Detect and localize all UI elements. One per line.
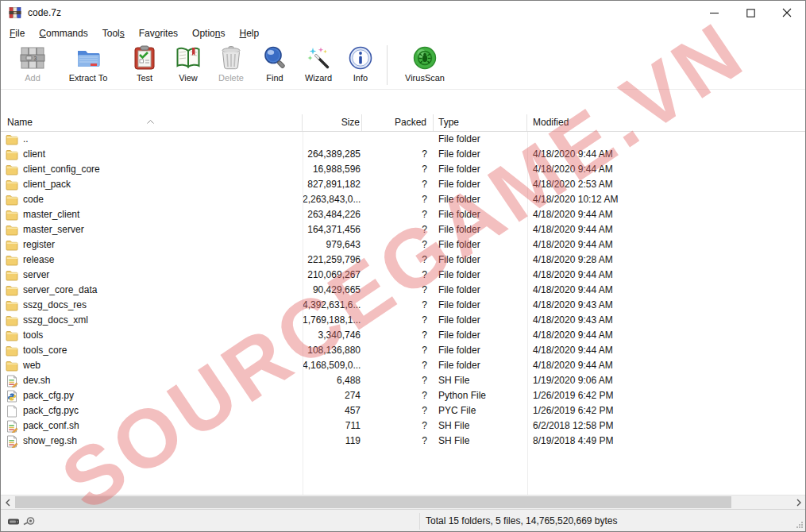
list-item[interactable]: master_server 164,371,456 ? File folder … bbox=[1, 222, 805, 237]
file-modified: 4/18/2020 9:44 AM bbox=[527, 222, 805, 237]
file-icon bbox=[6, 390, 18, 403]
folder-icon bbox=[6, 345, 18, 357]
file-name: master_client bbox=[23, 207, 79, 222]
list-item[interactable]: client_pack 827,891,182 ? File folder 4/… bbox=[1, 177, 805, 192]
svg-text:3: 3 bbox=[34, 56, 37, 61]
shell-script-icon bbox=[6, 375, 18, 387]
view-button[interactable]: View bbox=[168, 42, 209, 83]
file-type: File folder bbox=[434, 268, 527, 283]
scroll-left-arrow[interactable] bbox=[1, 495, 14, 509]
generic-file-icon bbox=[6, 405, 18, 418]
file-icon bbox=[6, 269, 18, 282]
file-icon bbox=[6, 133, 18, 146]
virus-scan-icon bbox=[412, 45, 438, 71]
maximize-button[interactable] bbox=[732, 1, 769, 25]
list-item[interactable]: sszg_docs_xml 1,769,188,1... ? File fold… bbox=[1, 313, 805, 328]
info-button[interactable]: Info bbox=[341, 42, 380, 83]
shell-script-icon bbox=[6, 435, 18, 448]
title-bar[interactable]: code.7z bbox=[1, 1, 805, 25]
close-button[interactable] bbox=[769, 1, 805, 25]
list-item[interactable]: show_reg.sh 119 ? SH File 8/19/2018 4:49… bbox=[1, 434, 805, 449]
menu-help[interactable]: Help bbox=[232, 25, 266, 41]
list-item[interactable]: server 210,069,267 ? File folder 4/18/20… bbox=[1, 268, 805, 283]
menu-file[interactable]: File bbox=[2, 25, 32, 41]
file-type: File folder bbox=[434, 313, 527, 328]
test-clipboard-icon bbox=[132, 45, 157, 71]
column-type[interactable]: Type bbox=[434, 114, 527, 131]
file-name: .. bbox=[23, 132, 29, 147]
file-type: File folder bbox=[434, 343, 527, 358]
file-modified: 1/19/2020 9:06 AM bbox=[527, 373, 805, 388]
file-modified: 4/18/2020 9:28 AM bbox=[527, 253, 805, 268]
menu-favorites[interactable]: Favorites bbox=[132, 25, 185, 41]
status-bar: Total 15 folders, 5 files, 14,765,520,66… bbox=[1, 509, 805, 532]
list-item[interactable]: sszg_docs_res 4,392,631,6... ? File fold… bbox=[1, 298, 805, 313]
file-name: pack_cfg.py bbox=[23, 388, 74, 403]
horizontal-scrollbar[interactable] bbox=[1, 495, 805, 509]
list-item[interactable]: server_core_data 90,429,665 ? File folde… bbox=[1, 283, 805, 298]
file-size: 6,488 bbox=[303, 373, 362, 388]
list-item[interactable]: client_config_core 16,988,596 ? File fol… bbox=[1, 162, 805, 177]
file-name: release bbox=[23, 253, 54, 268]
file-packed: ? bbox=[362, 373, 434, 388]
wizard-button[interactable]: Wizard bbox=[296, 42, 341, 83]
list-item[interactable]: code 2,263,843,0... ? File folder 4/18/2… bbox=[1, 192, 805, 207]
folder-icon bbox=[6, 330, 18, 342]
status-separator bbox=[419, 513, 420, 530]
menu-commands[interactable]: Commands bbox=[32, 25, 94, 41]
address-row: code.7z\sszg_code - solid 7-Zip archive,… bbox=[1, 91, 805, 114]
file-type: File folder bbox=[434, 207, 527, 222]
scrollbar-thumb[interactable] bbox=[15, 496, 731, 508]
list-item[interactable]: web 4,168,509,0... ? File folder 4/18/20… bbox=[1, 358, 805, 373]
file-modified: 4/18/2020 9:44 AM bbox=[527, 343, 805, 358]
view-book-icon bbox=[175, 45, 201, 71]
extract-folder-icon bbox=[75, 45, 101, 71]
list-item[interactable]: register 979,643 ? File folder 4/18/2020… bbox=[1, 237, 805, 253]
menu-options[interactable]: Options bbox=[185, 25, 232, 41]
list-item[interactable]: pack_conf.sh 711 ? SH File 6/2/2018 12:5… bbox=[1, 418, 805, 434]
file-modified: 4/18/2020 10:12 AM bbox=[527, 192, 805, 207]
scroll-right-arrow[interactable] bbox=[792, 495, 805, 509]
file-modified: 1/26/2019 6:42 PM bbox=[527, 403, 805, 418]
file-type: File folder bbox=[434, 358, 527, 373]
folder-icon bbox=[6, 179, 18, 191]
file-modified: 8/19/2018 4:49 PM bbox=[527, 434, 805, 449]
list-item[interactable]: tools_core 108,136,880 ? File folder 4/1… bbox=[1, 343, 805, 358]
file-packed: ? bbox=[362, 328, 434, 343]
minimize-button[interactable] bbox=[696, 1, 732, 25]
folder-icon bbox=[6, 360, 18, 372]
column-size[interactable]: Size bbox=[303, 114, 362, 131]
list-item[interactable]: tools 3,340,746 ? File folder 4/18/2020 … bbox=[1, 328, 805, 343]
file-icon bbox=[6, 239, 18, 252]
list-item[interactable]: dev.sh 6,488 ? SH File 1/19/2020 9:06 AM bbox=[1, 373, 805, 388]
virusscan-button[interactable]: VirusScan bbox=[394, 42, 456, 83]
list-item[interactable]: client 264,389,285 ? File folder 4/18/20… bbox=[1, 147, 805, 162]
file-icon bbox=[6, 314, 18, 327]
file-packed: ? bbox=[362, 222, 434, 237]
column-packed[interactable]: Packed bbox=[362, 114, 434, 131]
list-item[interactable]: pack_cfg.py 274 ? Python File 1/26/2019 … bbox=[1, 388, 805, 403]
file-size: 4,392,631,6... bbox=[303, 298, 362, 313]
list-item[interactable]: pack_cfg.pyc 457 ? PYC File 1/26/2019 6:… bbox=[1, 403, 805, 418]
find-magnifier-icon bbox=[262, 45, 287, 71]
find-button[interactable]: Find bbox=[253, 42, 296, 83]
list-item[interactable]: .. File folder bbox=[1, 132, 805, 147]
file-type: File folder bbox=[434, 298, 527, 313]
file-type: File folder bbox=[434, 132, 527, 147]
test-button[interactable]: Test bbox=[121, 42, 168, 83]
file-icon bbox=[6, 435, 18, 448]
list-item[interactable]: master_client 263,484,226 ? File folder … bbox=[1, 207, 805, 222]
file-packed: ? bbox=[362, 313, 434, 328]
file-packed: ? bbox=[362, 403, 434, 418]
file-packed: ? bbox=[362, 192, 434, 207]
column-modified[interactable]: Modified bbox=[527, 114, 805, 131]
file-modified: 6/2/2018 12:58 PM bbox=[527, 418, 805, 434]
list-item[interactable]: release 221,259,796 ? File folder 4/18/2… bbox=[1, 253, 805, 268]
file-icon bbox=[6, 284, 18, 297]
file-type: File folder bbox=[434, 222, 527, 237]
file-size: 711 bbox=[303, 418, 362, 434]
extract-to-button[interactable]: Extract To bbox=[55, 42, 121, 83]
menu-tools[interactable]: Tools bbox=[95, 25, 132, 41]
resize-grip[interactable] bbox=[796, 520, 804, 531]
file-name: code bbox=[23, 192, 44, 207]
